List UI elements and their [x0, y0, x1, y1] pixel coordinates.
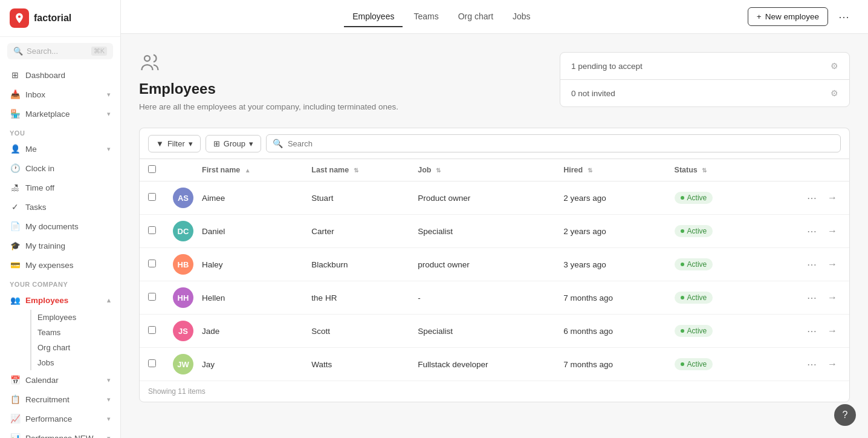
row-open-button[interactable]: → — [824, 256, 841, 273]
table-search-input[interactable] — [288, 139, 834, 148]
pending-card-text: 1 pending to accept — [571, 62, 643, 71]
sidebar-item-my-documents[interactable]: 📄 My documents — [0, 217, 120, 236]
group-button[interactable]: ⊞ Group ▾ — [206, 135, 261, 152]
sidebar-item-time-off[interactable]: 🏖 Time off — [0, 178, 120, 197]
svg-point-0 — [144, 56, 150, 61]
nav-link-jobs[interactable]: Jobs — [504, 7, 539, 27]
documents-icon: 📄 — [10, 221, 21, 232]
col-status: Status ⇅ — [666, 159, 759, 181]
sidebar-item-marketplace[interactable]: 🏪 Marketplace ▾ — [0, 104, 120, 123]
avatar: JS — [173, 321, 193, 341]
search-icon: 🔍 — [13, 47, 23, 56]
sidebar-sub-item-jobs[interactable]: Jobs — [30, 355, 120, 370]
sidebar-item-label: Calendar — [25, 376, 59, 385]
dashboard-icon: ⊞ — [10, 70, 21, 80]
sidebar-item-my-expenses[interactable]: 💳 My expenses — [0, 255, 120, 275]
more-options-button[interactable]: ⋯ — [834, 7, 853, 27]
sidebar-sub-item-employees[interactable]: Employees — [30, 310, 120, 325]
row-actions: ⋯ → — [767, 322, 841, 339]
sidebar-item-label: Dashboard — [25, 71, 65, 80]
row-open-button[interactable]: → — [824, 289, 841, 306]
sidebar-item-label: Clock in — [25, 164, 54, 173]
page-header: Employees Here are all the employees at … — [139, 52, 850, 113]
sidebar-item-tasks[interactable]: ✓ Tasks — [0, 197, 120, 217]
settings-icon[interactable]: ⚙ — [831, 61, 838, 71]
nav-link-employees[interactable]: Employees — [344, 7, 403, 27]
row-more-button[interactable]: ⋯ — [803, 256, 820, 273]
new-employee-label: New employee — [765, 12, 819, 21]
row-more-button[interactable]: ⋯ — [803, 189, 820, 206]
sidebar-sub-item-org-chart[interactable]: Org chart — [30, 340, 120, 355]
row-more-button[interactable]: ⋯ — [803, 322, 820, 339]
table-search-bar[interactable]: 🔍 — [266, 134, 841, 152]
first-name-cell: Aimee — [193, 181, 303, 215]
sidebar-item-clock-in[interactable]: 🕐 Clock in — [0, 159, 120, 178]
nav-link-org-chart[interactable]: Org chart — [450, 7, 502, 27]
row-more-button[interactable]: ⋯ — [803, 223, 820, 240]
employees-table-container: First name ▲ Last name ⇅ Job ⇅ — [139, 159, 850, 402]
submenu-employees-label: Employees — [37, 313, 76, 322]
sidebar-item-performance-new[interactable]: 📊 Performance NEW ▾ — [0, 428, 120, 438]
sidebar-search-box[interactable]: 🔍 Search... ⌘K — [7, 43, 113, 59]
row-more-button[interactable]: ⋯ — [803, 356, 820, 373]
row-open-button[interactable]: → — [824, 189, 841, 206]
content-area: Employees Here are all the employees at … — [121, 34, 868, 438]
sort-asc-icon: ▲ — [245, 167, 251, 174]
submenu-teams-label: Teams — [37, 328, 60, 337]
search-shortcut: ⌘K — [91, 47, 107, 56]
sidebar-sub-item-teams[interactable]: Teams — [30, 325, 120, 340]
row-checkbox[interactable] — [148, 226, 156, 234]
row-open-button[interactable]: → — [824, 223, 841, 240]
row-checkbox[interactable] — [148, 293, 156, 301]
me-icon: 👤 — [10, 143, 21, 154]
row-checkbox[interactable] — [148, 326, 156, 334]
nav-link-teams[interactable]: Teams — [405, 7, 447, 27]
row-checkbox[interactable] — [148, 359, 156, 367]
status-badge: Active — [675, 358, 713, 370]
settings-icon-2[interactable]: ⚙ — [831, 88, 838, 98]
new-employee-button[interactable]: + New employee — [748, 7, 828, 26]
chevron-down-icon: ▾ — [107, 396, 111, 404]
status-badge: Active — [675, 292, 713, 304]
sidebar-item-my-training[interactable]: 🎓 My training — [0, 236, 120, 255]
avatar: JW — [173, 354, 193, 374]
status-cell: Active — [666, 281, 759, 315]
help-button[interactable]: ? — [834, 404, 856, 426]
filter-button[interactable]: ▼ Filter ▾ — [148, 135, 201, 152]
sidebar-item-calendar[interactable]: 📅 Calendar ▾ — [0, 370, 120, 390]
sidebar-item-inbox[interactable]: 📥 Inbox ▾ — [0, 85, 120, 104]
select-all-checkbox[interactable] — [148, 165, 156, 173]
row-actions: ⋯ → — [767, 189, 841, 206]
table-row: AS Aimee Stuart Product owner 2 years ag… — [140, 181, 849, 215]
status-badge: Active — [675, 258, 713, 270]
sidebar-item-label: Performance — [25, 414, 72, 423]
avatar: DC — [173, 221, 193, 241]
row-checkbox[interactable] — [148, 260, 156, 267]
sidebar-item-dashboard[interactable]: ⊞ Dashboard — [0, 65, 120, 85]
chevron-down-icon: ▾ — [107, 91, 111, 99]
row-checkbox[interactable] — [148, 193, 156, 201]
status-dot — [681, 196, 684, 200]
sidebar-item-performance[interactable]: 📈 Performance ▾ — [0, 409, 120, 428]
sidebar-item-employees[interactable]: 👥 Employees ▴ — [0, 290, 120, 310]
row-more-button[interactable]: ⋯ — [803, 289, 820, 306]
page-description: Here are all the employees at your compa… — [139, 101, 542, 113]
timeoff-icon: 🏖 — [10, 182, 21, 193]
avatar: AS — [173, 188, 193, 208]
sidebar-item-label: My documents — [25, 222, 79, 231]
search-icon: 🔍 — [273, 139, 283, 148]
main-content: Employees Teams Org chart Jobs + New emp… — [121, 0, 868, 438]
calendar-icon: 📅 — [10, 374, 21, 385]
col-last-name: Last name ⇅ — [303, 159, 409, 181]
sidebar-item-recruitment[interactable]: 📋 Recruitment ▾ — [0, 390, 120, 409]
employees-submenu: Employees Teams Org chart Jobs — [0, 310, 120, 370]
not-invited-card: 0 not invited ⚙ — [560, 80, 849, 106]
sidebar-search-container[interactable]: 🔍 Search... ⌘K — [0, 37, 120, 65]
sidebar-item-label: Tasks — [25, 203, 47, 212]
row-open-button[interactable]: → — [824, 356, 841, 373]
sidebar-item-label: Employees — [25, 296, 68, 305]
filter-bar: ▼ Filter ▾ ⊞ Group ▾ 🔍 — [139, 128, 850, 159]
row-open-button[interactable]: → — [824, 322, 841, 339]
sidebar-item-me[interactable]: 👤 Me ▾ — [0, 139, 120, 159]
performance-icon: 📈 — [10, 413, 21, 424]
